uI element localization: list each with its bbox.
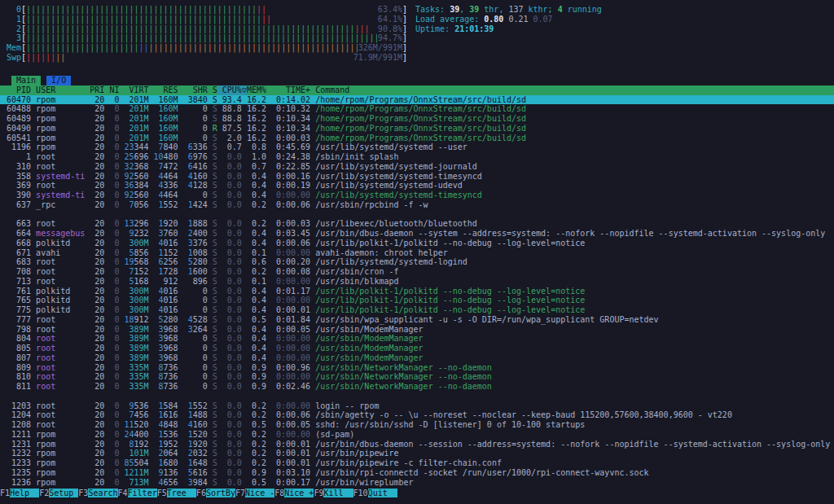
process-row-60490[interactable]: 60490 rpom 20 0 201M 160M 0 R87.5 16.2 0… <box>0 124 834 134</box>
fnkey-f3[interactable]: F3Search <box>78 489 117 497</box>
fnkey-f2[interactable]: F2Setup <box>39 489 78 497</box>
process-row-765[interactable]: 765 polkitd 20 0 300M 4016 0 S0.0 0.4 0:… <box>0 296 834 305</box>
cell-time: 0:00.05 <box>271 325 310 335</box>
column-header-shr[interactable]: SHR <box>183 85 208 95</box>
process-row-1208[interactable]: 1208 root 20 0 11520 4848 4160 S0.0 0.5 … <box>0 420 834 430</box>
cell-cmd: /usr/sbin/NetworkManager --no-daemon <box>315 372 834 382</box>
cell-user: root <box>36 372 85 382</box>
process-row-668[interactable]: 668 polkitd 20 0 300M 4016 3376 S0.0 0.4… <box>0 239 834 248</box>
process-row-683[interactable]: 683 root 20 0 19568 6256 5280 S0.0 0.6 0… <box>0 257 834 267</box>
process-row-390[interactable]: 390 systemd-ti 20 0 92560 4464 0 S0.0 0.… <box>0 191 834 200</box>
info-column: Tasks: 39, 39 thr, 137 kthr; 4 runningLo… <box>407 5 602 63</box>
process-row-810[interactable]: 810 root 20 0 335M 8736 0 S0.0 0.9 0:00.… <box>0 372 834 382</box>
cell-pid: 761 <box>7 287 31 296</box>
cell-user: root <box>36 363 85 373</box>
process-row-60470[interactable]: 60470 rpom 20 0 201M 160M 3840 S93.4 16.… <box>0 95 834 105</box>
fnkey-f8[interactable]: F8Nice + <box>274 489 314 497</box>
fnkey-f6[interactable]: F6SortBy <box>196 489 235 497</box>
process-row-798[interactable]: 798 root 20 0 389M 3968 3264 S0.0 0.4 0:… <box>0 325 834 335</box>
process-row-1231[interactable]: 1231 rpom 20 0 8192 1952 1920 S0.0 0.2 0… <box>0 440 834 449</box>
process-row-1235[interactable]: 1235 rpom 20 0 1211M 9136 5616 S0.0 0.9 … <box>0 468 834 478</box>
cell-pid: 664 <box>7 229 31 239</box>
process-row-664[interactable]: 664 messagebus 20 0 9232 3760 2400 S0.0 … <box>0 229 834 239</box>
cell-mem: 0.9 <box>247 372 266 382</box>
cell-user: systemd-ti <box>36 172 85 182</box>
cell-cmd: /usr/lib/polkit-1/polkitd --no-debug --l… <box>315 296 834 305</box>
cell-cpu: 0.0 <box>217 363 242 373</box>
column-header-ni[interactable]: NI <box>109 85 119 95</box>
cpu2-meter-bar: ||||||||||||||||||||||||||||||||||||||||… <box>26 24 402 34</box>
process-row-637[interactable]: 637 _rpc 20 0 7056 1552 1424 S0.0 0.2 0:… <box>0 200 834 210</box>
process-row-1203[interactable]: 1203 root 20 0 9536 1584 1552 S0.0 0.2 0… <box>0 401 834 411</box>
column-header-cpu[interactable]: CPU% <box>217 85 242 95</box>
process-row-811[interactable]: 811 root 20 0 335M 8736 0 S0.0 0.9 0:02.… <box>0 382 834 392</box>
cell-cmd: /usr/sbin/blkmapd <box>315 277 834 287</box>
fnkey-f1[interactable]: F1Help <box>0 489 39 497</box>
process-row-60541[interactable]: 60541 rpom 20 0 201M 160M 0 S2.0 16.2 0:… <box>0 134 834 143</box>
process-row-804[interactable]: 804 root 20 0 389M 3968 0 S0.0 0.4 0:00.… <box>0 334 834 344</box>
tab-main[interactable]: Main <box>11 76 41 85</box>
cell-user: root <box>36 181 85 191</box>
process-row-761[interactable]: 761 polkitd 20 0 300M 4016 0 S0.0 0.4 0:… <box>0 287 834 296</box>
cell-time: 0:00.01 <box>271 440 310 449</box>
htop-terminal: 0[||||||||||||||||||||||||||||||||||||||… <box>0 0 834 504</box>
cell-mem: 0.4 <box>247 305 266 315</box>
column-header-cmd[interactable]: Command <box>315 85 834 95</box>
process-row-809[interactable]: 809 root 20 0 335M 8736 0 S0.0 0.9 0:00.… <box>0 363 834 373</box>
fnkey-f7[interactable]: F7Nice - <box>235 489 274 497</box>
cell-pri: 20 <box>90 162 104 172</box>
process-row-1211[interactable]: 1211 rpom 20 0 24400 1536 1520 S0.0 0.2 … <box>0 430 834 440</box>
fnkey-f4[interactable]: F4Filter <box>118 489 157 497</box>
cell-res: 4016 <box>154 287 178 296</box>
cell-virt: 7456 <box>124 410 148 420</box>
column-header-virt[interactable]: VIRT <box>124 85 148 95</box>
process-row-663[interactable]: 663 root 20 0 13296 1920 1888 S0.0 0.2 0… <box>0 219 834 229</box>
cell-pid: 671 <box>7 248 31 258</box>
process-row-1232[interactable]: 1232 rpom 20 0 101M 2064 2032 S0.0 0.2 0… <box>0 449 834 458</box>
cell-cmd: /usr/lib/polkit-1/polkitd --no-debug --l… <box>315 305 834 315</box>
fnkey-f5[interactable]: F5Tree <box>157 489 196 497</box>
cell-res: 2064 <box>154 449 178 458</box>
process-row-60489[interactable]: 60489 rpom 20 0 201M 160M 0 S88.8 16.2 0… <box>0 114 834 124</box>
cell-ni: 0 <box>109 142 119 152</box>
process-row-1233[interactable]: 1233 rpom 20 0 85504 1680 1648 S0.0 0.2 … <box>0 458 834 468</box>
process-row-1204[interactable]: 1204 root 20 0 7456 1616 1488 S0.0 0.2 0… <box>0 410 834 420</box>
cell-time: 0:00.00 <box>271 401 310 411</box>
cell-shr: 6976 <box>183 152 208 162</box>
cell-pid: 805 <box>7 344 31 353</box>
fnkey-f9[interactable]: F9Kill <box>314 489 353 497</box>
process-row-775[interactable]: 775 polkitd 20 0 300M 4016 0 S0.0 0.4 0:… <box>0 305 834 315</box>
column-header-res[interactable]: RES <box>154 85 178 95</box>
process-row-1[interactable]: 1 root 20 0 25696 10480 6976 S0.0 1.0 0:… <box>0 152 834 162</box>
process-row-358[interactable]: 358 systemd-ti 20 0 92560 4464 4160 S0.0… <box>0 172 834 182</box>
process-row-708[interactable]: 708 root 20 0 7152 1728 1600 S0.0 0.2 0:… <box>0 267 834 277</box>
blank-row <box>0 392 834 401</box>
process-row-671[interactable]: 671 avahi 20 0 5856 1152 1008 S0.0 0.1 0… <box>0 248 834 258</box>
column-header-user[interactable]: USER <box>36 85 85 95</box>
tab-io[interactable]: I/O <box>46 76 71 85</box>
cell-cmd: /home/rpom/Programs/OnnxStream/src/build… <box>315 114 834 124</box>
column-header-mem[interactable]: MEM% <box>247 85 266 95</box>
meter-ticks-g: ||||||||||||||||||||||||||||||||||||||||… <box>26 5 257 14</box>
process-row-713[interactable]: 713 root 20 0 5168 912 896 S0.0 0.1 0:00… <box>0 277 834 287</box>
column-header-pri[interactable]: PRI <box>90 85 104 95</box>
cell-shr: 3264 <box>183 325 208 335</box>
process-row-1196[interactable]: 1196 rpom 20 0 23344 7840 6336 S0.7 0.8 … <box>0 142 834 152</box>
cell-ni: 0 <box>109 449 119 458</box>
process-row-807[interactable]: 807 root 20 0 389M 3968 0 S0.0 0.4 0:00.… <box>0 353 834 363</box>
column-header-pid[interactable]: PID <box>7 85 31 95</box>
column-header-time[interactable]: TIME+ <box>271 85 310 95</box>
process-row-369[interactable]: 369 root 20 0 36384 4336 4128 S0.0 0.4 0… <box>0 181 834 191</box>
cell-user: root <box>36 315 85 325</box>
process-row-777[interactable]: 777 root 20 0 18912 5280 4528 S0.0 0.5 0… <box>0 315 834 325</box>
fnkey-f10[interactable]: F10Quit <box>353 489 397 497</box>
cell-user: rpom <box>36 430 85 440</box>
cell-time: 0:00.00 <box>271 372 310 382</box>
cell-pri: 20 <box>90 372 104 382</box>
cell-ni: 0 <box>109 440 119 449</box>
cell-res: 160M <box>154 114 178 124</box>
process-row-60488[interactable]: 60488 rpom 20 0 201M 160M 0 S88.8 16.2 0… <box>0 104 834 114</box>
process-row-805[interactable]: 805 root 20 0 389M 3968 0 S0.0 0.4 0:00.… <box>0 344 834 353</box>
process-row-310[interactable]: 310 root 20 0 32368 7472 6416 S0.0 0.7 0… <box>0 162 834 172</box>
process-row-1236[interactable]: 1236 rpom 20 0 713M 4656 3984 S0.0 0.5 0… <box>0 478 834 488</box>
